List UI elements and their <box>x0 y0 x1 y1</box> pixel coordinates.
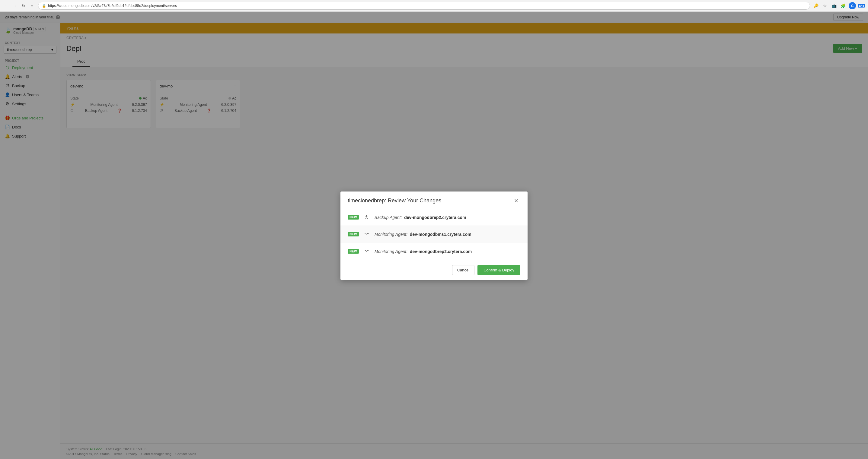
change-item-monitoring-agent-2: NEW Monitoring Agent: dev-mongodbrep2.cr… <box>340 243 528 260</box>
monitoring-agent-2-host: dev-mongodbrep2.crytera.com <box>410 249 472 254</box>
forward-button[interactable]: → <box>11 2 19 9</box>
extension-icon[interactable]: 🧩 <box>840 2 847 9</box>
modal-footer: Cancel Confirm & Deploy <box>340 260 528 280</box>
monitoring-agent-1-label: Monitoring Agent: <box>375 232 407 237</box>
back-button[interactable]: ← <box>3 2 10 9</box>
modal-overlay: timeclonedbrep: Review Your Changes ✕ NE… <box>0 12 868 459</box>
modal-close-button[interactable]: ✕ <box>512 198 520 204</box>
monitoring-agent-2-change-icon <box>364 249 370 255</box>
change-text-monitoring-1: Monitoring Agent: dev-mongodbms1.crytera… <box>375 232 471 237</box>
modal-header: timeclonedbrep: Review Your Changes ✕ <box>340 192 528 209</box>
cast-icon[interactable]: 📺 <box>831 2 838 9</box>
cancel-button[interactable]: Cancel <box>452 265 474 275</box>
browser-chrome: ← → ↻ ⌂ 🔒 https://cloud.mongodb.com/v2/5… <box>0 0 868 12</box>
monitoring-agent-2-label: Monitoring Agent: <box>375 249 407 254</box>
confirm-deploy-button[interactable]: Confirm & Deploy <box>477 265 520 275</box>
backup-agent-change-label: Backup Agent: <box>375 215 402 220</box>
change-text-backup: Backup Agent: dev-mongodbrep2.crytera.co… <box>375 215 466 220</box>
backup-agent-change-host: dev-mongodbrep2.crytera.com <box>404 215 466 220</box>
reload-button[interactable]: ↻ <box>20 2 27 9</box>
change-item-monitoring-agent-1: NEW Monitoring Agent: dev-mongodbms1.cry… <box>340 226 528 243</box>
user-avatar: G <box>849 2 856 9</box>
change-item-backup-agent: NEW ⏱ Backup Agent: dev-mongodbrep2.cryt… <box>340 209 528 226</box>
new-badge: NEW <box>348 215 359 220</box>
address-bar[interactable]: 🔒 https://cloud.mongodb.com/v2/5a47a7b2d… <box>38 2 810 10</box>
secure-icon: 🔒 <box>42 4 46 8</box>
app-container: 29 days remaining in your trial. ? Upgra… <box>0 12 868 459</box>
backup-agent-change-icon: ⏱ <box>364 215 370 220</box>
modal-title: timeclonedbrep: Review Your Changes <box>348 198 441 204</box>
home-button[interactable]: ⌂ <box>28 2 36 9</box>
browser-toolbar: ← → ↻ ⌂ 🔒 https://cloud.mongodb.com/v2/5… <box>0 0 868 11</box>
modal: timeclonedbrep: Review Your Changes ✕ NE… <box>340 192 528 280</box>
time-badge: 1:43 <box>858 4 865 7</box>
key-icon[interactable]: 🔑 <box>812 2 820 9</box>
new-badge: NEW <box>348 249 359 254</box>
browser-actions: 🔑 ☆ 📺 🧩 G 1:43 <box>812 2 865 9</box>
browser-nav-buttons: ← → ↻ ⌂ <box>3 2 36 9</box>
bookmark-icon[interactable]: ☆ <box>822 2 829 9</box>
new-badge: NEW <box>348 232 359 236</box>
modal-body: NEW ⏱ Backup Agent: dev-mongodbrep2.cryt… <box>340 209 528 260</box>
change-text-monitoring-2: Monitoring Agent: dev-mongodbrep2.cryter… <box>375 249 472 254</box>
url-text: https://cloud.mongodb.com/v2/5a47a7b2df9… <box>48 4 177 8</box>
monitoring-agent-1-host: dev-mongodbms1.crytera.com <box>410 232 471 237</box>
monitoring-agent-change-icon <box>364 231 370 237</box>
